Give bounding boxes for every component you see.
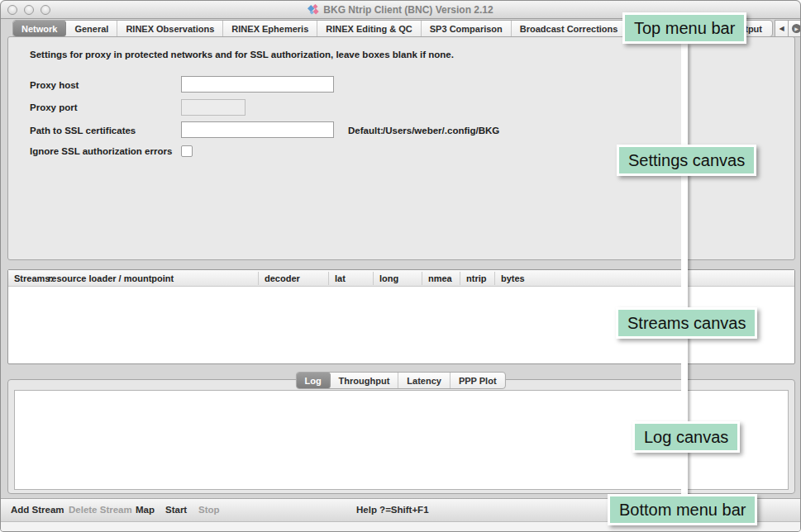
tab-scroll-right-icon[interactable]: ▶ (789, 20, 801, 37)
help-shortcut-label: Help ?=Shift+F1 (356, 505, 429, 515)
tab-scroll-left-icon[interactable]: ◀ (775, 20, 789, 37)
annotation-log-canvas: Log canvas (632, 421, 740, 453)
tab-general[interactable]: General (66, 21, 117, 36)
tab-ppp-plot[interactable]: PPP Plot (451, 373, 505, 388)
ssl-default-path: /Users/weber/.config/BKG (383, 126, 499, 135)
app-icon (308, 4, 319, 16)
ssl-path-input[interactable] (181, 121, 334, 138)
proxy-port-input (181, 99, 246, 116)
proxy-port-label: Proxy port (30, 102, 78, 112)
tab-rinex-editing-qc[interactable]: RINEX Editing & QC (317, 21, 422, 36)
ignore-ssl-label: Ignore SSL authorization errors (30, 146, 172, 156)
window-title: BKG Ntrip Client (BNC) Version 2.12 (323, 4, 493, 16)
stop-button: Stop (198, 505, 220, 515)
tab-rinex-observations[interactable]: RINEX Observations (117, 21, 223, 36)
proxy-host-label: Proxy host (30, 80, 79, 90)
tab-log[interactable]: Log (296, 373, 330, 388)
annotation-streams-canvas: Streams canvas (616, 307, 757, 339)
annotation-top-menu-bar: Top menu bar (622, 12, 746, 44)
tab-throughput[interactable]: Throughput (331, 373, 399, 388)
annotation-settings-canvas: Settings canvas (617, 145, 756, 176)
zoom-button[interactable] (41, 5, 50, 15)
column-bytes: bytes (501, 273, 525, 283)
tab-sp3-comparison[interactable]: SP3 Comparison (422, 21, 512, 36)
annotation-bottom-menu-bar: Bottom menu bar (608, 494, 757, 525)
traffic-lights (7, 5, 50, 15)
settings-intro-text: Settings for proxy in protected networks… (30, 50, 454, 59)
proxy-host-input[interactable] (181, 76, 334, 93)
streams-header: Streams: resource loader / mountpoint de… (8, 270, 794, 287)
column-lat: lat (335, 273, 346, 283)
map-button[interactable]: Map (136, 505, 155, 515)
ssl-default-label: Default: (348, 126, 384, 135)
column-long: long (379, 273, 398, 283)
tab-broadcast-corrections[interactable]: Broadcast Corrections (512, 21, 627, 36)
tab-rinex-ephemeris[interactable]: RINEX Ephemeris (223, 21, 317, 36)
column-nmea: nmea (428, 273, 452, 283)
start-button[interactable]: Start (165, 505, 187, 515)
tab-latency[interactable]: Latency (398, 373, 451, 388)
column-ntrip: ntrip (466, 273, 486, 283)
column-mountpoint: resource loader / mountpoint (48, 273, 174, 283)
log-tab-bar: Log Throughput Latency PPP Plot (295, 372, 505, 389)
add-stream-button[interactable]: Add Stream (11, 505, 64, 515)
delete-stream-button: Delete Stream (69, 505, 132, 515)
app-window: BKG Ntrip Client (BNC) Version 2.12 Netw… (0, 0, 801, 532)
column-decoder: decoder (265, 273, 300, 283)
close-button[interactable] (7, 5, 17, 15)
tab-scroll-buttons: ◀ ▶ (775, 20, 801, 37)
minimize-button[interactable] (24, 5, 34, 15)
ignore-ssl-checkbox[interactable] (181, 145, 193, 157)
tab-network[interactable]: Network (13, 21, 66, 36)
ssl-path-label: Path to SSL certificates (30, 126, 136, 135)
